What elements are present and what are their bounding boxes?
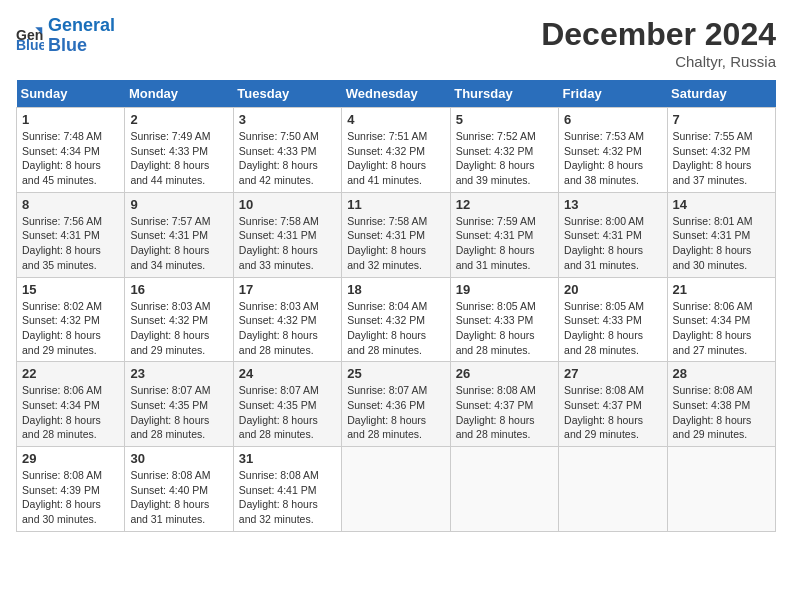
day-info: Sunrise: 7:48 AM Sunset: 4:34 PM Dayligh…	[22, 129, 119, 188]
day-info: Sunrise: 8:02 AM Sunset: 4:32 PM Dayligh…	[22, 299, 119, 358]
day-cell: 10Sunrise: 7:58 AM Sunset: 4:31 PM Dayli…	[233, 192, 341, 277]
day-info: Sunrise: 7:55 AM Sunset: 4:32 PM Dayligh…	[673, 129, 770, 188]
day-cell: 25Sunrise: 8:07 AM Sunset: 4:36 PM Dayli…	[342, 362, 450, 447]
day-cell: 29Sunrise: 8:08 AM Sunset: 4:39 PM Dayli…	[17, 447, 125, 532]
weekday-header-friday: Friday	[559, 80, 667, 108]
day-cell: 22Sunrise: 8:06 AM Sunset: 4:34 PM Dayli…	[17, 362, 125, 447]
logo-text: GeneralBlue	[48, 16, 115, 56]
day-info: Sunrise: 7:59 AM Sunset: 4:31 PM Dayligh…	[456, 214, 553, 273]
day-cell: 3Sunrise: 7:50 AM Sunset: 4:33 PM Daylig…	[233, 108, 341, 193]
day-number: 4	[347, 112, 444, 127]
day-number: 8	[22, 197, 119, 212]
day-cell: 5Sunrise: 7:52 AM Sunset: 4:32 PM Daylig…	[450, 108, 558, 193]
title-block: December 2024 Chaltyr, Russia	[541, 16, 776, 70]
day-number: 31	[239, 451, 336, 466]
weekday-header-saturday: Saturday	[667, 80, 775, 108]
weekday-header-thursday: Thursday	[450, 80, 558, 108]
day-info: Sunrise: 8:03 AM Sunset: 4:32 PM Dayligh…	[130, 299, 227, 358]
weekday-header-sunday: Sunday	[17, 80, 125, 108]
day-info: Sunrise: 8:01 AM Sunset: 4:31 PM Dayligh…	[673, 214, 770, 273]
day-cell: 16Sunrise: 8:03 AM Sunset: 4:32 PM Dayli…	[125, 277, 233, 362]
day-number: 16	[130, 282, 227, 297]
weekday-header-wednesday: Wednesday	[342, 80, 450, 108]
day-number: 17	[239, 282, 336, 297]
day-number: 10	[239, 197, 336, 212]
day-cell: 13Sunrise: 8:00 AM Sunset: 4:31 PM Dayli…	[559, 192, 667, 277]
day-cell: 26Sunrise: 8:08 AM Sunset: 4:37 PM Dayli…	[450, 362, 558, 447]
day-number: 13	[564, 197, 661, 212]
day-number: 27	[564, 366, 661, 381]
day-number: 9	[130, 197, 227, 212]
day-number: 28	[673, 366, 770, 381]
day-number: 7	[673, 112, 770, 127]
weekday-header-monday: Monday	[125, 80, 233, 108]
day-number: 24	[239, 366, 336, 381]
day-cell: 31Sunrise: 8:08 AM Sunset: 4:41 PM Dayli…	[233, 447, 341, 532]
day-info: Sunrise: 8:08 AM Sunset: 4:40 PM Dayligh…	[130, 468, 227, 527]
day-number: 15	[22, 282, 119, 297]
week-row-5: 29Sunrise: 8:08 AM Sunset: 4:39 PM Dayli…	[17, 447, 776, 532]
day-cell: 12Sunrise: 7:59 AM Sunset: 4:31 PM Dayli…	[450, 192, 558, 277]
day-info: Sunrise: 8:06 AM Sunset: 4:34 PM Dayligh…	[22, 383, 119, 442]
day-number: 18	[347, 282, 444, 297]
day-info: Sunrise: 8:00 AM Sunset: 4:31 PM Dayligh…	[564, 214, 661, 273]
day-info: Sunrise: 8:07 AM Sunset: 4:36 PM Dayligh…	[347, 383, 444, 442]
day-cell: 20Sunrise: 8:05 AM Sunset: 4:33 PM Dayli…	[559, 277, 667, 362]
day-number: 29	[22, 451, 119, 466]
logo: Gen Blue GeneralBlue	[16, 16, 115, 56]
day-info: Sunrise: 7:57 AM Sunset: 4:31 PM Dayligh…	[130, 214, 227, 273]
day-cell: 28Sunrise: 8:08 AM Sunset: 4:38 PM Dayli…	[667, 362, 775, 447]
day-info: Sunrise: 8:08 AM Sunset: 4:39 PM Dayligh…	[22, 468, 119, 527]
day-number: 12	[456, 197, 553, 212]
day-info: Sunrise: 7:50 AM Sunset: 4:33 PM Dayligh…	[239, 129, 336, 188]
day-cell: 24Sunrise: 8:07 AM Sunset: 4:35 PM Dayli…	[233, 362, 341, 447]
week-row-1: 1Sunrise: 7:48 AM Sunset: 4:34 PM Daylig…	[17, 108, 776, 193]
day-info: Sunrise: 8:07 AM Sunset: 4:35 PM Dayligh…	[130, 383, 227, 442]
day-info: Sunrise: 7:53 AM Sunset: 4:32 PM Dayligh…	[564, 129, 661, 188]
day-info: Sunrise: 8:08 AM Sunset: 4:38 PM Dayligh…	[673, 383, 770, 442]
day-number: 1	[22, 112, 119, 127]
day-info: Sunrise: 8:08 AM Sunset: 4:37 PM Dayligh…	[456, 383, 553, 442]
day-number: 21	[673, 282, 770, 297]
day-cell	[450, 447, 558, 532]
day-info: Sunrise: 8:05 AM Sunset: 4:33 PM Dayligh…	[564, 299, 661, 358]
day-cell: 1Sunrise: 7:48 AM Sunset: 4:34 PM Daylig…	[17, 108, 125, 193]
day-cell: 9Sunrise: 7:57 AM Sunset: 4:31 PM Daylig…	[125, 192, 233, 277]
day-info: Sunrise: 7:58 AM Sunset: 4:31 PM Dayligh…	[347, 214, 444, 273]
day-info: Sunrise: 7:56 AM Sunset: 4:31 PM Dayligh…	[22, 214, 119, 273]
logo-icon: Gen Blue	[16, 22, 44, 50]
day-info: Sunrise: 8:07 AM Sunset: 4:35 PM Dayligh…	[239, 383, 336, 442]
day-info: Sunrise: 7:49 AM Sunset: 4:33 PM Dayligh…	[130, 129, 227, 188]
month-title: December 2024	[541, 16, 776, 53]
weekday-header-row: SundayMondayTuesdayWednesdayThursdayFrid…	[17, 80, 776, 108]
day-cell: 14Sunrise: 8:01 AM Sunset: 4:31 PM Dayli…	[667, 192, 775, 277]
day-info: Sunrise: 8:04 AM Sunset: 4:32 PM Dayligh…	[347, 299, 444, 358]
day-info: Sunrise: 8:08 AM Sunset: 4:41 PM Dayligh…	[239, 468, 336, 527]
day-number: 22	[22, 366, 119, 381]
day-info: Sunrise: 7:52 AM Sunset: 4:32 PM Dayligh…	[456, 129, 553, 188]
day-number: 3	[239, 112, 336, 127]
day-number: 26	[456, 366, 553, 381]
day-cell: 27Sunrise: 8:08 AM Sunset: 4:37 PM Dayli…	[559, 362, 667, 447]
day-number: 30	[130, 451, 227, 466]
day-number: 23	[130, 366, 227, 381]
week-row-4: 22Sunrise: 8:06 AM Sunset: 4:34 PM Dayli…	[17, 362, 776, 447]
day-info: Sunrise: 8:03 AM Sunset: 4:32 PM Dayligh…	[239, 299, 336, 358]
day-cell: 11Sunrise: 7:58 AM Sunset: 4:31 PM Dayli…	[342, 192, 450, 277]
day-info: Sunrise: 8:06 AM Sunset: 4:34 PM Dayligh…	[673, 299, 770, 358]
day-number: 6	[564, 112, 661, 127]
day-number: 2	[130, 112, 227, 127]
day-cell: 18Sunrise: 8:04 AM Sunset: 4:32 PM Dayli…	[342, 277, 450, 362]
calendar-table: SundayMondayTuesdayWednesdayThursdayFrid…	[16, 80, 776, 532]
day-info: Sunrise: 8:05 AM Sunset: 4:33 PM Dayligh…	[456, 299, 553, 358]
day-cell: 19Sunrise: 8:05 AM Sunset: 4:33 PM Dayli…	[450, 277, 558, 362]
weekday-header-tuesday: Tuesday	[233, 80, 341, 108]
location: Chaltyr, Russia	[541, 53, 776, 70]
day-number: 25	[347, 366, 444, 381]
day-number: 14	[673, 197, 770, 212]
week-row-2: 8Sunrise: 7:56 AM Sunset: 4:31 PM Daylig…	[17, 192, 776, 277]
day-cell	[342, 447, 450, 532]
day-info: Sunrise: 8:08 AM Sunset: 4:37 PM Dayligh…	[564, 383, 661, 442]
day-cell: 4Sunrise: 7:51 AM Sunset: 4:32 PM Daylig…	[342, 108, 450, 193]
day-cell: 30Sunrise: 8:08 AM Sunset: 4:40 PM Dayli…	[125, 447, 233, 532]
